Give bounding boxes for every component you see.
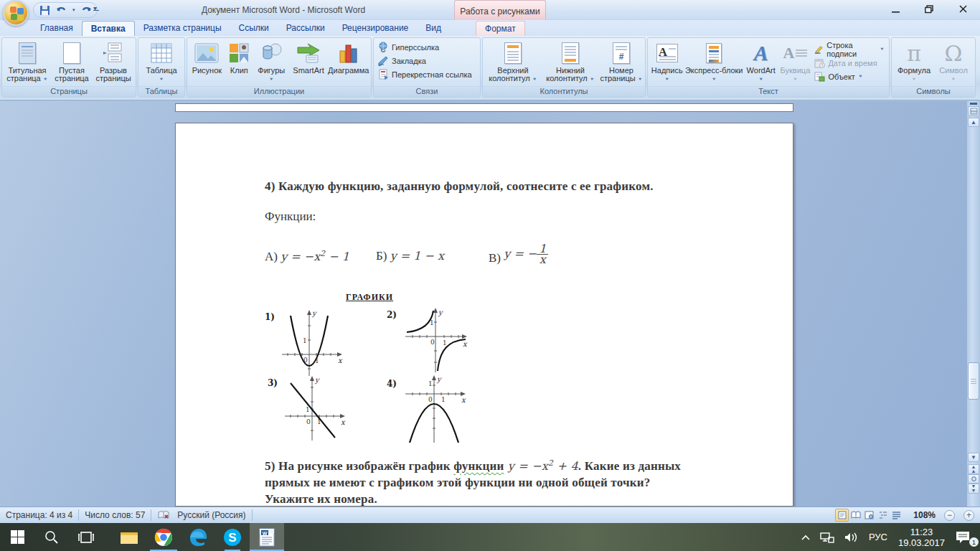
scroll-track-lower[interactable]: [967, 401, 980, 453]
tab-mailings[interactable]: Рассылки: [278, 21, 334, 36]
language-tray-indicator[interactable]: РУС: [864, 523, 892, 551]
title-page-button[interactable]: Титульная страница ▼: [4, 39, 51, 85]
cross-reference-button[interactable]: Перекрестная ссылка: [375, 67, 475, 81]
proofing-icon[interactable]: [157, 510, 170, 520]
signature-line-button[interactable]: Строка подписи ▼: [811, 42, 887, 56]
document-area[interactable]: 4) Каждую функцию, заданную формулой, со…: [0, 101, 967, 507]
group-pages: Титульная страница ▼ Пустая страница Раз…: [1, 37, 136, 98]
view-fullscreen-reading-button[interactable]: [849, 509, 862, 522]
bookmark-button[interactable]: Закладка: [375, 54, 429, 67]
footer-button[interactable]: Нижний колонтитул ▼: [542, 39, 599, 85]
svg-text:y: y: [436, 375, 442, 384]
network-icon[interactable]: [815, 523, 839, 551]
svg-text:x: x: [341, 418, 346, 426]
equation-button[interactable]: π Формула▼: [894, 39, 934, 85]
clipart-button[interactable]: Клип: [225, 39, 253, 85]
zoom-level[interactable]: 108%: [913, 510, 936, 520]
object-button[interactable]: Объект ▼: [811, 70, 887, 83]
textbox-button[interactable]: А Надпись▼: [649, 39, 685, 85]
search-icon[interactable]: [34, 523, 69, 551]
bookmark-icon: [378, 55, 389, 66]
group-label-symbols: Символы: [892, 86, 975, 97]
chevron-down-icon: ▼: [590, 76, 595, 83]
tab-insert[interactable]: Вставка: [82, 21, 135, 36]
chevron-down-icon: ▼: [43, 76, 48, 83]
tab-references[interactable]: Ссылки: [230, 21, 278, 36]
split-handle[interactable]: [970, 103, 977, 105]
word-taskbar-button[interactable]: W: [250, 523, 284, 551]
volume-icon[interactable]: [839, 523, 864, 551]
table-button[interactable]: Таблица▼: [141, 39, 182, 85]
action-center-button[interactable]: 1: [951, 523, 980, 551]
view-print-layout-button[interactable]: [835, 509, 849, 522]
svg-text:0: 0: [428, 396, 433, 403]
hidden-icons-chevron[interactable]: [796, 523, 815, 551]
chart-button[interactable]: Диаграмма: [327, 39, 369, 85]
graph3-line: y x 1 0 1: [279, 375, 348, 442]
function-b: Б) y = 1 − x: [376, 249, 444, 263]
minimize-button[interactable]: [885, 0, 907, 19]
next-page-button[interactable]: ▼▼: [968, 484, 979, 494]
document-page[interactable]: 4) Каждую функцию, заданную формулой, со…: [175, 123, 793, 507]
graph1-parabola-up: y x 1 0 1: [276, 309, 345, 379]
page-number-button[interactable]: # Номер страницы ▼: [599, 39, 644, 85]
zoom-in-button[interactable]: +: [963, 510, 974, 521]
edge-button[interactable]: [181, 523, 215, 551]
select-browse-object-button[interactable]: [968, 474, 979, 484]
page-indicator[interactable]: Страница: 4 из 4: [6, 510, 72, 520]
tab-home[interactable]: Главная: [32, 21, 82, 36]
office-button[interactable]: [3, 0, 29, 26]
svg-text:1: 1: [306, 406, 310, 413]
date-time-button[interactable]: Дата и время: [811, 56, 887, 70]
view-outline-button[interactable]: [876, 509, 890, 522]
clock[interactable]: 11:23 19.03.2017: [892, 527, 951, 548]
picture-button[interactable]: Рисунок: [189, 39, 225, 85]
ruler-toggle-button[interactable]: [968, 106, 979, 116]
close-button[interactable]: [953, 0, 974, 19]
previous-page-button[interactable]: ▲▲: [968, 464, 979, 474]
view-web-layout-button[interactable]: [862, 509, 876, 522]
quick-parts-icon: [706, 41, 722, 65]
word-count[interactable]: Число слов: 57: [85, 510, 145, 520]
ruler-icon: [970, 108, 978, 115]
view-draft-button[interactable]: [890, 509, 903, 522]
quick-parts-button[interactable]: Экспресс-блоки▼: [685, 39, 743, 85]
tab-review[interactable]: Рецензирование: [334, 21, 418, 36]
symbol-button[interactable]: Ω Символ▼: [934, 39, 973, 85]
office-logo-icon: [10, 6, 17, 13]
page-break-button[interactable]: Разрыв страницы: [93, 39, 134, 85]
restore-button[interactable]: [918, 0, 940, 19]
title-page-icon: [19, 41, 36, 65]
chrome-button[interactable]: [146, 523, 181, 551]
drop-cap-button[interactable]: А Буквица▼: [778, 39, 811, 85]
vertical-scrollbar[interactable]: ▲ ▼ ▲▲ ▼▼: [967, 101, 980, 507]
scrollbar-thumb[interactable]: [968, 362, 979, 400]
skype-button[interactable]: S: [215, 523, 250, 551]
group-label-tables: Таблицы: [138, 86, 184, 97]
start-button[interactable]: [0, 523, 34, 551]
clipart-icon: [229, 41, 249, 65]
task-view-button[interactable]: [69, 523, 103, 551]
language-indicator[interactable]: Русский (Россия): [177, 510, 245, 520]
graph1-label: 1): [265, 312, 275, 322]
tab-format[interactable]: Формат: [476, 21, 525, 36]
previous-page-bottom: [175, 103, 793, 112]
tab-page-layout[interactable]: Разметка страницы: [135, 21, 230, 36]
zoom-out-button[interactable]: −: [944, 510, 955, 521]
scroll-down-icon[interactable]: ▼: [968, 453, 979, 462]
scroll-up-icon[interactable]: ▲: [968, 118, 979, 127]
scroll-track-upper[interactable]: [967, 127, 980, 361]
shapes-button[interactable]: Фигуры▼: [253, 39, 290, 85]
wordart-button[interactable]: А WordArt▼: [743, 39, 779, 85]
tab-view[interactable]: Вид: [417, 21, 450, 36]
word-window: ▾ ▾ Документ Microsoft Word - Microsoft …: [0, 0, 980, 551]
smartart-button[interactable]: SmartArt: [290, 39, 328, 85]
header-button[interactable]: Верхний колонтитул ▼: [484, 39, 542, 85]
browse-object-icon: [971, 476, 976, 481]
group-label-pages: Страницы: [2, 86, 136, 97]
file-explorer-button[interactable]: [112, 523, 146, 551]
hyperlink-button[interactable]: Гиперссылка: [375, 40, 442, 54]
blank-page-button[interactable]: Пустая страница: [51, 39, 93, 85]
chevron-down-icon: ▼: [793, 76, 798, 83]
svg-text:x: x: [338, 357, 343, 364]
